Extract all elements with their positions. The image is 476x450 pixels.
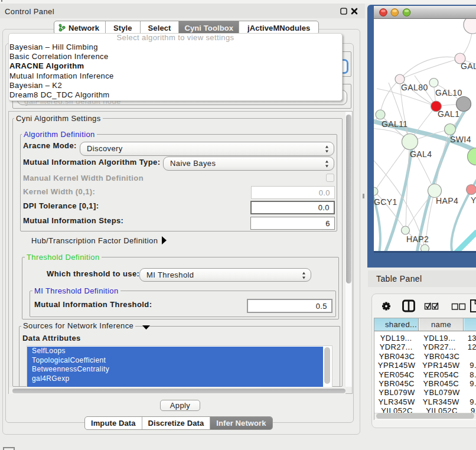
svg-text:HAP4: HAP4 [436, 196, 458, 206]
svg-text:HAP2: HAP2 [406, 234, 429, 244]
svg-text:GAL11: GAL11 [382, 119, 408, 129]
svg-text:GCY1: GCY1 [374, 197, 397, 207]
svg-text:GAL1: GAL1 [438, 109, 459, 119]
svg-text:SWI4: SWI4 [450, 135, 471, 144]
svg-text:GAL80: GAL80 [401, 83, 428, 92]
svg-text:GAL10: GAL10 [435, 88, 462, 97]
svg-text:GAL4: GAL4 [410, 149, 432, 159]
svg-text:YJ: YJ [471, 195, 476, 205]
svg-text:GAL2: GAL2 [461, 61, 476, 71]
